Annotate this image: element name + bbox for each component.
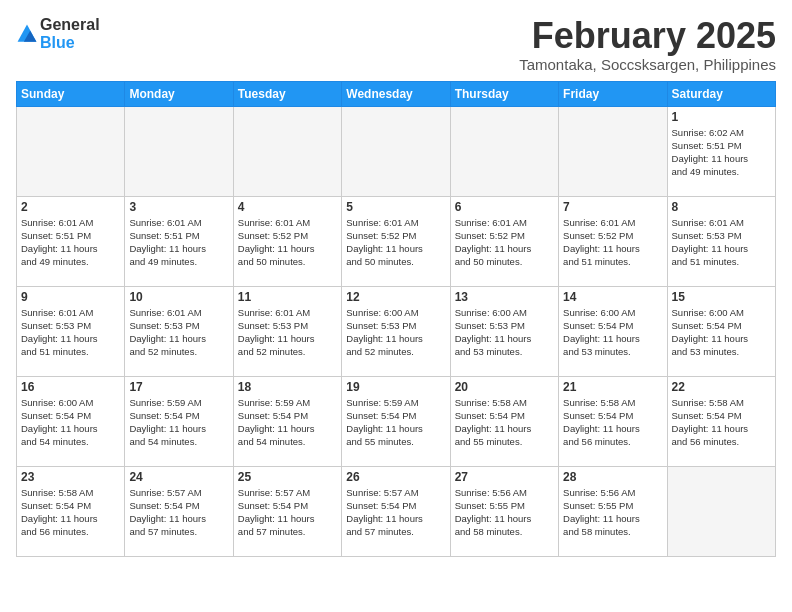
day-number: 15 [672, 290, 771, 304]
calendar-cell: 7Sunrise: 6:01 AM Sunset: 5:52 PM Daylig… [559, 196, 667, 286]
day-number: 20 [455, 380, 554, 394]
calendar-week-row: 1Sunrise: 6:02 AM Sunset: 5:51 PM Daylig… [17, 106, 776, 196]
weekday-header: Wednesday [342, 81, 450, 106]
day-number: 18 [238, 380, 337, 394]
day-info: Sunrise: 6:01 AM Sunset: 5:51 PM Dayligh… [21, 216, 120, 269]
calendar-cell: 11Sunrise: 6:01 AM Sunset: 5:53 PM Dayli… [233, 286, 341, 376]
day-number: 12 [346, 290, 445, 304]
day-number: 17 [129, 380, 228, 394]
day-number: 4 [238, 200, 337, 214]
day-info: Sunrise: 6:00 AM Sunset: 5:54 PM Dayligh… [563, 306, 662, 359]
calendar-cell: 4Sunrise: 6:01 AM Sunset: 5:52 PM Daylig… [233, 196, 341, 286]
calendar-cell: 13Sunrise: 6:00 AM Sunset: 5:53 PM Dayli… [450, 286, 558, 376]
day-info: Sunrise: 5:56 AM Sunset: 5:55 PM Dayligh… [563, 486, 662, 539]
day-number: 24 [129, 470, 228, 484]
day-number: 19 [346, 380, 445, 394]
calendar-week-row: 16Sunrise: 6:00 AM Sunset: 5:54 PM Dayli… [17, 376, 776, 466]
location: Tamontaka, Soccsksargen, Philippines [519, 56, 776, 73]
calendar-cell: 22Sunrise: 5:58 AM Sunset: 5:54 PM Dayli… [667, 376, 775, 466]
calendar-cell: 23Sunrise: 5:58 AM Sunset: 5:54 PM Dayli… [17, 466, 125, 556]
calendar-cell: 15Sunrise: 6:00 AM Sunset: 5:54 PM Dayli… [667, 286, 775, 376]
calendar-table: SundayMondayTuesdayWednesdayThursdayFrid… [16, 81, 776, 557]
calendar-cell [450, 106, 558, 196]
day-number: 16 [21, 380, 120, 394]
day-number: 3 [129, 200, 228, 214]
calendar-cell: 25Sunrise: 5:57 AM Sunset: 5:54 PM Dayli… [233, 466, 341, 556]
calendar-cell: 21Sunrise: 5:58 AM Sunset: 5:54 PM Dayli… [559, 376, 667, 466]
weekday-header: Sunday [17, 81, 125, 106]
day-info: Sunrise: 5:57 AM Sunset: 5:54 PM Dayligh… [129, 486, 228, 539]
day-number: 11 [238, 290, 337, 304]
calendar-cell: 5Sunrise: 6:01 AM Sunset: 5:52 PM Daylig… [342, 196, 450, 286]
day-number: 23 [21, 470, 120, 484]
day-number: 13 [455, 290, 554, 304]
calendar-cell: 9Sunrise: 6:01 AM Sunset: 5:53 PM Daylig… [17, 286, 125, 376]
calendar-cell [17, 106, 125, 196]
calendar-cell: 6Sunrise: 6:01 AM Sunset: 5:52 PM Daylig… [450, 196, 558, 286]
day-number: 8 [672, 200, 771, 214]
day-info: Sunrise: 6:01 AM Sunset: 5:52 PM Dayligh… [455, 216, 554, 269]
calendar-cell: 27Sunrise: 5:56 AM Sunset: 5:55 PM Dayli… [450, 466, 558, 556]
day-number: 2 [21, 200, 120, 214]
day-info: Sunrise: 5:57 AM Sunset: 5:54 PM Dayligh… [346, 486, 445, 539]
page-header: General Blue February 2025 Tamontaka, So… [16, 16, 776, 73]
calendar-cell: 2Sunrise: 6:01 AM Sunset: 5:51 PM Daylig… [17, 196, 125, 286]
day-info: Sunrise: 6:01 AM Sunset: 5:52 PM Dayligh… [238, 216, 337, 269]
day-info: Sunrise: 5:59 AM Sunset: 5:54 PM Dayligh… [238, 396, 337, 449]
calendar-week-row: 2Sunrise: 6:01 AM Sunset: 5:51 PM Daylig… [17, 196, 776, 286]
calendar-cell [667, 466, 775, 556]
day-number: 27 [455, 470, 554, 484]
calendar-cell: 10Sunrise: 6:01 AM Sunset: 5:53 PM Dayli… [125, 286, 233, 376]
logo-blue: Blue [40, 34, 100, 52]
calendar-cell: 16Sunrise: 6:00 AM Sunset: 5:54 PM Dayli… [17, 376, 125, 466]
day-number: 25 [238, 470, 337, 484]
day-info: Sunrise: 6:00 AM Sunset: 5:53 PM Dayligh… [346, 306, 445, 359]
day-info: Sunrise: 6:01 AM Sunset: 5:53 PM Dayligh… [672, 216, 771, 269]
day-number: 14 [563, 290, 662, 304]
calendar-cell: 14Sunrise: 6:00 AM Sunset: 5:54 PM Dayli… [559, 286, 667, 376]
calendar-week-row: 23Sunrise: 5:58 AM Sunset: 5:54 PM Dayli… [17, 466, 776, 556]
calendar-cell: 3Sunrise: 6:01 AM Sunset: 5:51 PM Daylig… [125, 196, 233, 286]
day-info: Sunrise: 6:01 AM Sunset: 5:53 PM Dayligh… [238, 306, 337, 359]
day-info: Sunrise: 6:01 AM Sunset: 5:52 PM Dayligh… [346, 216, 445, 269]
day-info: Sunrise: 5:57 AM Sunset: 5:54 PM Dayligh… [238, 486, 337, 539]
day-number: 5 [346, 200, 445, 214]
general-blue-icon [16, 23, 38, 45]
day-info: Sunrise: 6:01 AM Sunset: 5:51 PM Dayligh… [129, 216, 228, 269]
calendar-cell [233, 106, 341, 196]
weekday-header: Saturday [667, 81, 775, 106]
calendar-cell: 28Sunrise: 5:56 AM Sunset: 5:55 PM Dayli… [559, 466, 667, 556]
day-info: Sunrise: 6:00 AM Sunset: 5:54 PM Dayligh… [672, 306, 771, 359]
day-number: 10 [129, 290, 228, 304]
calendar-cell: 18Sunrise: 5:59 AM Sunset: 5:54 PM Dayli… [233, 376, 341, 466]
day-number: 28 [563, 470, 662, 484]
calendar-cell: 8Sunrise: 6:01 AM Sunset: 5:53 PM Daylig… [667, 196, 775, 286]
calendar-cell [559, 106, 667, 196]
weekday-header: Thursday [450, 81, 558, 106]
day-info: Sunrise: 5:59 AM Sunset: 5:54 PM Dayligh… [129, 396, 228, 449]
calendar-cell: 17Sunrise: 5:59 AM Sunset: 5:54 PM Dayli… [125, 376, 233, 466]
day-info: Sunrise: 6:01 AM Sunset: 5:53 PM Dayligh… [21, 306, 120, 359]
day-number: 9 [21, 290, 120, 304]
day-info: Sunrise: 5:58 AM Sunset: 5:54 PM Dayligh… [21, 486, 120, 539]
calendar-cell: 12Sunrise: 6:00 AM Sunset: 5:53 PM Dayli… [342, 286, 450, 376]
day-info: Sunrise: 6:02 AM Sunset: 5:51 PM Dayligh… [672, 126, 771, 179]
day-number: 26 [346, 470, 445, 484]
calendar-cell: 1Sunrise: 6:02 AM Sunset: 5:51 PM Daylig… [667, 106, 775, 196]
day-info: Sunrise: 6:01 AM Sunset: 5:52 PM Dayligh… [563, 216, 662, 269]
calendar-cell [125, 106, 233, 196]
day-number: 22 [672, 380, 771, 394]
calendar-header-row: SundayMondayTuesdayWednesdayThursdayFrid… [17, 81, 776, 106]
day-number: 1 [672, 110, 771, 124]
day-number: 6 [455, 200, 554, 214]
day-info: Sunrise: 5:56 AM Sunset: 5:55 PM Dayligh… [455, 486, 554, 539]
day-number: 21 [563, 380, 662, 394]
calendar-cell: 24Sunrise: 5:57 AM Sunset: 5:54 PM Dayli… [125, 466, 233, 556]
day-info: Sunrise: 6:00 AM Sunset: 5:53 PM Dayligh… [455, 306, 554, 359]
calendar-week-row: 9Sunrise: 6:01 AM Sunset: 5:53 PM Daylig… [17, 286, 776, 376]
calendar-cell [342, 106, 450, 196]
logo: General Blue [16, 16, 100, 52]
day-info: Sunrise: 6:01 AM Sunset: 5:53 PM Dayligh… [129, 306, 228, 359]
day-info: Sunrise: 5:58 AM Sunset: 5:54 PM Dayligh… [672, 396, 771, 449]
day-info: Sunrise: 5:58 AM Sunset: 5:54 PM Dayligh… [563, 396, 662, 449]
